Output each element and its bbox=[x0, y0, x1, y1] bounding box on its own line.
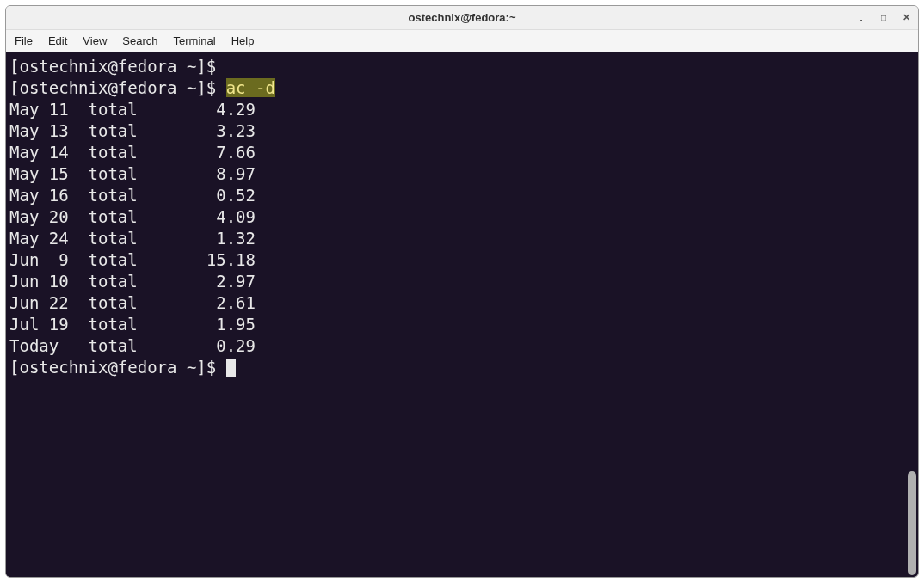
scrollbar[interactable] bbox=[908, 54, 916, 575]
terminal-line: May 20 total 4.09 bbox=[9, 206, 902, 228]
terminal-line: Jul 19 total 1.95 bbox=[9, 314, 902, 335]
terminal-line: [ostechnix@fedora ~]$ bbox=[9, 357, 902, 378]
terminal-window: ostechnix@fedora:~ . □ ✕ File Edit View … bbox=[5, 5, 919, 578]
terminal-line: May 14 total 7.66 bbox=[9, 142, 902, 163]
menu-file[interactable]: File bbox=[15, 34, 33, 47]
terminal-line: May 15 total 8.97 bbox=[9, 163, 902, 185]
close-button[interactable]: ✕ bbox=[901, 13, 911, 23]
terminal-area: [ostechnix@fedora ~]$ [ostechnix@fedora … bbox=[6, 52, 918, 577]
window-controls: . □ ✕ bbox=[856, 13, 911, 23]
terminal-line: May 13 total 3.23 bbox=[9, 120, 902, 142]
maximize-button[interactable]: □ bbox=[878, 13, 889, 23]
menu-help[interactable]: Help bbox=[231, 34, 255, 47]
terminal-line: [ostechnix@fedora ~]$ bbox=[9, 56, 902, 77]
terminal-line: Jun 10 total 2.97 bbox=[9, 271, 902, 292]
cursor bbox=[226, 359, 236, 377]
menu-search[interactable]: Search bbox=[122, 34, 157, 47]
terminal-line: Jun 9 total 15.18 bbox=[9, 249, 902, 271]
typed-command: ac -d bbox=[226, 78, 275, 97]
terminal-line: May 24 total 1.32 bbox=[9, 228, 902, 249]
menu-edit[interactable]: Edit bbox=[48, 34, 67, 47]
terminal-line: May 11 total 4.29 bbox=[9, 99, 902, 120]
terminal-line: Jun 22 total 2.61 bbox=[9, 292, 902, 314]
scroll-thumb[interactable] bbox=[908, 471, 916, 575]
menu-view[interactable]: View bbox=[83, 34, 107, 47]
window-title: ostechnix@fedora:~ bbox=[408, 11, 515, 24]
menubar: File Edit View Search Terminal Help bbox=[6, 30, 918, 52]
terminal-line: May 16 total 0.52 bbox=[9, 185, 902, 206]
minimize-button[interactable]: . bbox=[856, 13, 866, 23]
terminal-line: Today total 0.29 bbox=[9, 335, 902, 357]
terminal-line: [ostechnix@fedora ~]$ ac -d bbox=[9, 77, 902, 99]
titlebar[interactable]: ostechnix@fedora:~ . □ ✕ bbox=[6, 6, 918, 30]
terminal-viewport[interactable]: [ostechnix@fedora ~]$ [ostechnix@fedora … bbox=[6, 52, 906, 577]
menu-terminal[interactable]: Terminal bbox=[174, 34, 216, 47]
